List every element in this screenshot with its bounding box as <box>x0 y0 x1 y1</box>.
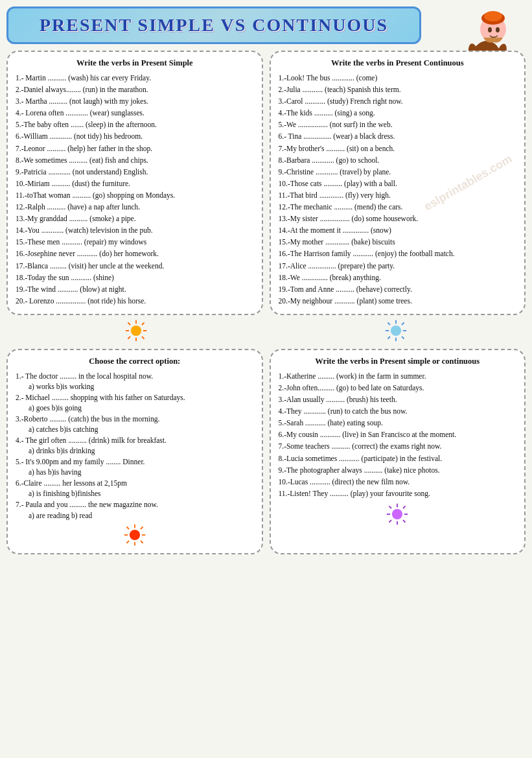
list-item: 7.- Paula and you ......... the new maga… <box>16 499 254 510</box>
list-item: 2.- Michael ......... shopping with his … <box>16 392 254 403</box>
list-item: 16.-Josephine never ........... (do) her… <box>16 248 254 259</box>
svg-line-19 <box>128 322 131 325</box>
list-item: 1.-Look! The bus ............ (come) <box>279 73 517 83</box>
option-pair: a) drinks b)is drinking <box>29 447 254 455</box>
svg-point-5 <box>496 27 500 32</box>
option-pair: a) works b)is working <box>29 383 254 390</box>
svg-line-47 <box>403 520 406 523</box>
list-item: 17.-Alice ............... (prepare) the … <box>279 261 517 271</box>
list-item: 2.-John often......... (go) to bed late … <box>279 383 517 393</box>
svg-line-30 <box>402 322 404 325</box>
list-item: 20.-My neighbour ........... (plant) som… <box>279 296 517 306</box>
list-item: 20.- Lorenzo ................ (not ride)… <box>16 296 254 306</box>
list-item: 3.- Martha .......... (not laugh) with m… <box>16 96 254 106</box>
list-item: 18.-We .............. (break) anything. <box>279 272 517 283</box>
list-item: 8.-We sometimes .......... (eat) fish an… <box>16 155 254 165</box>
list-item: 12.-The mechanic .......... (mend) the c… <box>279 202 517 212</box>
list-item: 1.-Katherine ......... (work) in the far… <box>279 371 517 381</box>
list-item: 5.-Sarah ........... (hate) eating soup. <box>279 418 517 428</box>
svg-line-29 <box>402 337 404 339</box>
list-item: 7.-Some teachers .......... (correct) th… <box>279 441 517 451</box>
sun-decoration-2 <box>384 319 408 342</box>
list-item: 3.-Alan usually .......... (brush) his t… <box>279 394 517 405</box>
svg-line-49 <box>389 520 392 523</box>
list-item: 4.- The girl often .......... (drink) mi… <box>16 435 254 445</box>
list-item: 14.-At the moment it .............. (sno… <box>279 225 517 235</box>
page-title: PRESENT SIMPLE vs CONTINUOUS <box>40 15 388 35</box>
section2-list: 1.-Look! The bus ............ (come)2.-J… <box>279 73 517 306</box>
header: PRESENT SIMPLE vs CONTINUOUS <box>6 6 526 44</box>
list-item: 5.-The baby often ....... (sleep) in the… <box>16 119 254 130</box>
svg-point-14 <box>131 326 141 336</box>
list-item: 17.-Blanca ......... (visit) her uncle a… <box>16 261 254 271</box>
list-item: 7.-Leonor .......... (help) her father i… <box>16 143 254 154</box>
option-pair: a) is finishing b)finishes <box>29 490 254 497</box>
bottom-sections-grid: Choose the correct option: 1.- The docto… <box>6 349 526 554</box>
list-item: 1.- The doctor ......... in the local ho… <box>16 371 254 381</box>
option-pair: a) catches b)is catching <box>29 425 254 433</box>
svg-line-22 <box>128 337 131 339</box>
svg-line-40 <box>126 541 129 543</box>
section-present-simple: Write the verbs in Present Simple 1.- Ma… <box>6 51 263 315</box>
list-item: 18.-Today the sun ........... (shine) <box>16 272 254 283</box>
svg-line-39 <box>141 527 143 529</box>
list-item: 6.- Tina ............... (wear) a black … <box>279 131 517 141</box>
section-simple-or-continuous: Write the verbs in Present simple or con… <box>270 349 526 554</box>
svg-line-46 <box>389 506 392 508</box>
section1-title: Write the verbs in Present Simple <box>16 58 254 68</box>
sun-decoration-1 <box>124 319 148 342</box>
list-item: 4.-They ............ (run) to catch the … <box>279 406 517 416</box>
list-item: 13.-My granddad .......... (smoke) a pip… <box>16 213 254 224</box>
list-item: 4.-The kids .......... (sing) a song. <box>279 108 517 118</box>
list-item: 2.-Julia ........... (teach) Spanish thi… <box>279 84 517 95</box>
list-item: 11.-That bird ............. (fly) very h… <box>279 190 517 200</box>
svg-line-48 <box>403 506 406 508</box>
svg-point-41 <box>392 509 402 519</box>
list-item: 2.-Daniel always........ (run) in the ma… <box>16 84 254 95</box>
option-pair: a) has b)is having <box>29 468 254 476</box>
sun-decoration-3 <box>123 523 146 547</box>
list-item: 13.-My sister ................ (do) some… <box>279 213 517 224</box>
title-banner: PRESENT SIMPLE vs CONTINUOUS <box>6 6 421 44</box>
svg-point-23 <box>391 326 401 336</box>
list-item: 3.-Carol ........... (study) French righ… <box>279 96 517 106</box>
svg-line-37 <box>126 527 129 529</box>
list-item: 1.- Martin .......... (wash) his car eve… <box>16 73 254 83</box>
svg-line-20 <box>142 337 145 339</box>
list-item: 16.-The Harrison family ........... (enj… <box>279 248 517 259</box>
section3-title: Choose the correct option: <box>16 357 254 366</box>
list-item: 19.-Tom and Anne .......... (behave) cor… <box>279 284 517 294</box>
list-item: 7.-My brother's .......... (sit) on a be… <box>279 143 517 154</box>
section2-title: Write the verbs in Present Continuous <box>279 58 517 68</box>
list-item: 8.-Lucia sometimes ........... (particip… <box>279 453 517 464</box>
svg-point-3 <box>484 11 502 21</box>
svg-point-4 <box>488 27 492 32</box>
section3-list: 1.- The doctor ......... in the local ho… <box>16 371 254 519</box>
section1-list: 1.- Martin .......... (wash) his car eve… <box>16 73 254 306</box>
list-item: 15.-My mother ............. (bake) biscu… <box>279 237 517 247</box>
list-item: 12.-Ralph .......... (have) a nap after … <box>16 202 254 212</box>
top-sections-grid: Write the verbs in Present Simple 1.- Ma… <box>6 51 526 315</box>
list-item: 11.-Listen! They .......... (play) your … <box>279 488 517 499</box>
section-choose-option: Choose the correct option: 1.- The docto… <box>6 349 263 554</box>
list-item: 8.-Barbara ............ (go) to school. <box>279 155 517 165</box>
option-pair: a) goes b)is going <box>29 404 254 412</box>
section-present-continuous: eslprintables.com Write the verbs in Pre… <box>270 51 526 315</box>
list-item: 10.-Miriam .......... (dust) the furnitu… <box>16 178 254 189</box>
list-item: 10.-Lucas ........... (direct) the new f… <box>279 477 517 487</box>
section4-list: 1.-Katherine ......... (work) in the far… <box>279 371 517 499</box>
svg-line-28 <box>387 322 390 325</box>
list-item: 9.-Patricia ............ (not understand… <box>16 167 254 177</box>
list-item: 9.-Christine ............ (travel) by pl… <box>279 167 517 177</box>
list-item: 3.-Roberto ......... (catch) the bus in … <box>16 414 254 424</box>
svg-line-21 <box>142 322 145 325</box>
svg-line-38 <box>141 541 143 543</box>
svg-line-31 <box>387 337 390 339</box>
list-item: 14.-You ............ (watch) television … <box>16 225 254 235</box>
list-item: 10.-Those cats .......... (play) with a … <box>279 178 517 189</box>
list-item: 11.-toThat woman .......... (go) shoppin… <box>16 190 254 200</box>
list-item: 6.-William ............ (not tidy) his b… <box>16 131 254 141</box>
list-item: 15.-These men ........... (repair) my wi… <box>16 237 254 247</box>
list-item: 4.- Lorena often ............ (wear) sun… <box>16 108 254 118</box>
list-item: 5.-We ................ (not surf) in the… <box>279 119 517 130</box>
